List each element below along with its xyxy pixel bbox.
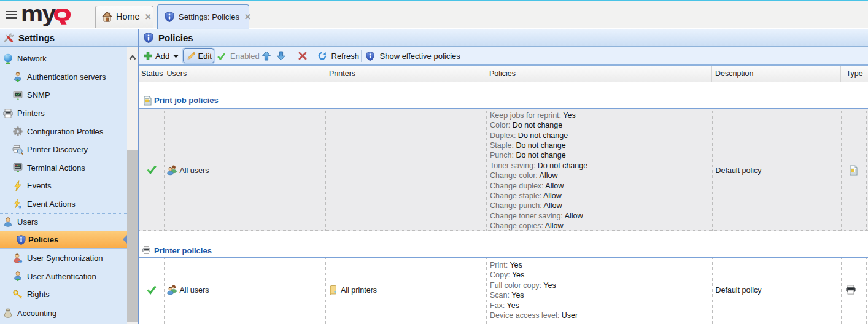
svg-text:my: my [21, 1, 56, 26]
